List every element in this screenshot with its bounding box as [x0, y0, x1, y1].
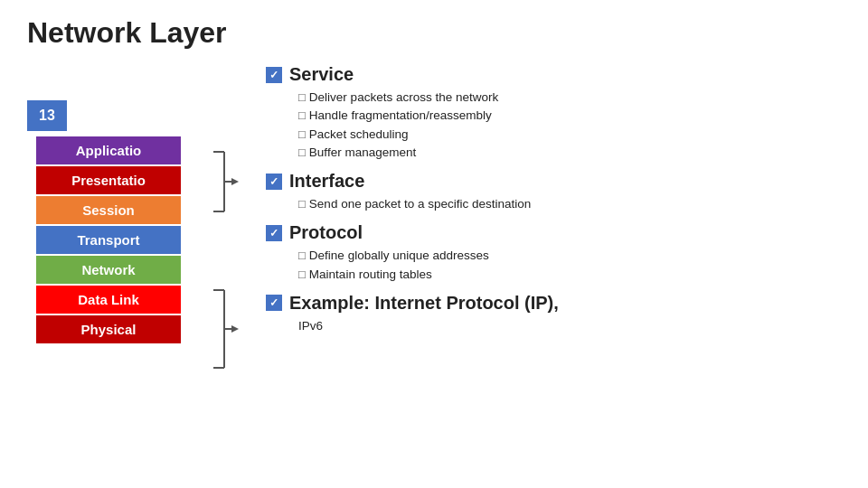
check-icon: ✓	[269, 227, 278, 239]
list-item: IPv6	[298, 317, 841, 335]
bullet-text: Define globally unique addresses	[309, 247, 489, 265]
layer-stack: Applicatio Presentatio Session Transport…	[36, 136, 181, 345]
section-service: ✓ Service □ Deliver packets across the n…	[266, 64, 841, 162]
bullet-marker: □	[298, 266, 306, 284]
bullet-marker: □	[298, 126, 306, 144]
list-item: □ Handle fragmentation/reassembly	[298, 107, 841, 125]
bullet-marker: □	[298, 247, 306, 265]
layer-presentation: Presentatio	[36, 166, 181, 194]
layer-application: Applicatio	[36, 136, 181, 164]
bullet-text: IPv6	[298, 317, 323, 335]
left-panel: 13 Applicatio Presentatio Session Transp…	[27, 100, 208, 345]
list-item: □ Send one packet to a specific destinat…	[298, 195, 841, 213]
section-interface-title: Interface	[289, 171, 364, 192]
service-checkbox: ✓	[266, 67, 282, 83]
layer-physical: Physical	[36, 315, 181, 343]
section-interface: ✓ Interface □ Send one packet to a speci…	[266, 171, 841, 213]
check-icon: ✓	[269, 175, 278, 188]
main-layout: 13 Applicatio Presentatio Session Transp…	[27, 64, 841, 399]
page: Network Layer 13 Applicatio Presentatio …	[0, 0, 868, 488]
protocol-bullets: □ Define globally unique addresses □ Mai…	[266, 247, 841, 284]
bullet-text: Buffer management	[309, 144, 416, 162]
bullet-text: Deliver packets across the network	[309, 89, 498, 107]
example-bullets: IPv6	[266, 317, 841, 335]
list-item: □ Maintain routing tables	[298, 266, 841, 284]
protocol-checkbox: ✓	[266, 225, 282, 241]
list-item: □ Buffer management	[298, 144, 841, 162]
service-bullets: □ Deliver packets across the network □ H…	[266, 89, 841, 162]
bullet-marker: □	[298, 89, 306, 107]
bullet-text: Send one packet to a specific destinatio…	[309, 195, 531, 213]
slide-number: 13	[27, 100, 67, 131]
layer-session: Session	[36, 196, 181, 224]
layers-panel: 13 Applicatio Presentatio Session Transp…	[27, 64, 239, 399]
bracket-svg	[212, 136, 239, 399]
svg-marker-4	[231, 178, 239, 185]
interface-bullets: □ Send one packet to a specific destinat…	[266, 195, 841, 213]
bullet-text: Packet scheduling	[309, 126, 409, 144]
example-checkbox: ✓	[266, 295, 282, 311]
bullet-text: Maintain routing tables	[309, 266, 432, 284]
list-item: □ Deliver packets across the network	[298, 89, 841, 107]
section-interface-header: ✓ Interface	[266, 171, 841, 192]
section-example: ✓ Example: Internet Protocol (IP), IPv6	[266, 293, 841, 335]
bullet-marker: □	[298, 107, 306, 125]
svg-marker-9	[231, 325, 239, 333]
layer-datalink: Data Link	[36, 286, 181, 314]
section-protocol-header: ✓ Protocol	[266, 222, 841, 243]
bullet-marker: □	[298, 195, 306, 213]
layer-transport: Transport	[36, 226, 181, 254]
interface-checkbox: ✓	[266, 174, 282, 190]
section-protocol-title: Protocol	[289, 222, 363, 243]
section-example-title: Example: Internet Protocol (IP),	[289, 293, 559, 314]
bullet-marker: □	[298, 144, 306, 162]
layer-network: Network	[36, 256, 181, 284]
list-item: □ Packet scheduling	[298, 126, 841, 144]
page-title: Network Layer	[27, 16, 841, 50]
check-icon: ✓	[269, 296, 278, 309]
list-item: □ Define globally unique addresses	[298, 247, 841, 265]
section-service-header: ✓ Service	[266, 64, 841, 85]
section-service-title: Service	[289, 64, 354, 85]
right-panel: ✓ Service □ Deliver packets across the n…	[239, 64, 841, 344]
section-protocol: ✓ Protocol □ Define globally unique addr…	[266, 222, 841, 284]
bullet-text: Handle fragmentation/reassembly	[309, 107, 492, 125]
section-example-header: ✓ Example: Internet Protocol (IP),	[266, 293, 841, 314]
check-icon: ✓	[269, 69, 278, 81]
